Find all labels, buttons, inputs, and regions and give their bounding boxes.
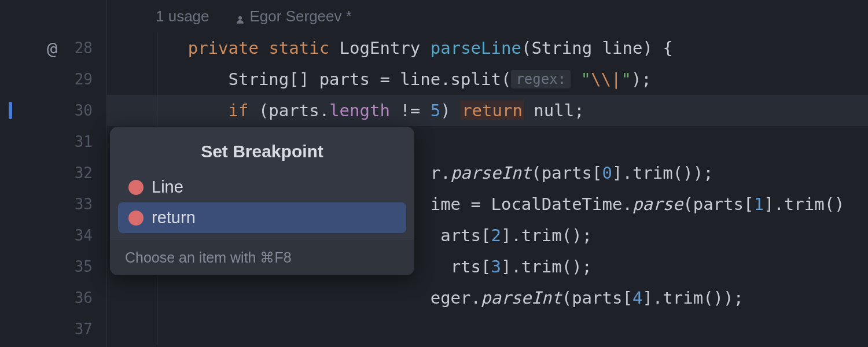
token-keyword: if	[229, 101, 249, 120]
code-line[interactable]	[107, 313, 868, 345]
indent-guide	[157, 313, 157, 345]
gutter-row[interactable]: 36	[0, 282, 106, 313]
svg-point-0	[238, 16, 242, 20]
code-line[interactable]: private static LogEntry parseLine(String…	[107, 32, 868, 64]
token-method: parseInt	[481, 288, 562, 308]
popup-title: Set Breakpoint	[110, 127, 414, 172]
line-number: 31	[75, 133, 93, 150]
token-method: parse	[632, 194, 683, 214]
token-type: LogEntry	[340, 38, 421, 58]
breakpoint-icon	[128, 180, 144, 195]
popup-item-return[interactable]: return	[118, 202, 406, 233]
indent-guide	[157, 282, 157, 313]
gutter-row[interactable]: 32	[0, 157, 106, 189]
token-field: length	[329, 101, 390, 120]
line-number: 36	[75, 289, 93, 307]
code-line[interactable]: eger.parseInt(parts[4].trim());	[107, 282, 868, 313]
token-keyword: static	[269, 38, 329, 58]
line-number: 33	[75, 195, 93, 213]
line-number: 35	[75, 258, 93, 275]
user-icon	[235, 11, 245, 21]
popup-footer: Choose an item with ⌘F8	[110, 240, 414, 275]
gutter-row[interactable]: 33	[0, 189, 106, 220]
gutter-row[interactable]: 35	[0, 251, 106, 282]
current-line-indicator	[9, 102, 12, 119]
gutter-row[interactable]: 29	[0, 64, 106, 95]
gutter-row[interactable]: 37	[0, 313, 106, 345]
gutter-row[interactable]: 30	[0, 95, 106, 126]
breakpoint-popup: Set Breakpoint Line return Choose an ite…	[110, 127, 414, 275]
gutter-row[interactable]: 31	[0, 126, 106, 157]
inlay-hints: 1 usage Egor Sergeev *	[107, 0, 868, 32]
override-annotation-icon[interactable]: @	[47, 38, 57, 58]
author-hint[interactable]: Egor Sergeev *	[235, 8, 352, 25]
line-number: 37	[75, 320, 93, 338]
code-line[interactable]: String[] parts = line.split(regex: "\\|"…	[107, 64, 868, 95]
popup-item-label: Line	[152, 178, 183, 197]
author-name: Egor Sergeev *	[250, 8, 352, 25]
token-method: parseInt	[451, 163, 532, 183]
popup-item-line[interactable]: Line	[118, 172, 406, 202]
indent-guide	[157, 32, 157, 64]
line-number: 34	[75, 227, 93, 244]
gutter-row[interactable]: @ 28	[0, 32, 106, 64]
gutter: @ 28 29 30 31 32 33 34 35 36 37	[0, 0, 107, 347]
token-param: line	[602, 38, 643, 58]
indent-guide	[157, 95, 157, 126]
popup-items: Line return	[110, 172, 414, 240]
code-line-current[interactable]: if (parts.length != 5) return null;	[107, 95, 868, 126]
line-number: 29	[75, 71, 93, 88]
gutter-row[interactable]: 34	[0, 220, 106, 251]
param-hint: regex:	[511, 70, 571, 88]
token: String[] parts = line.split(	[229, 69, 512, 89]
token-method: parseLine	[431, 38, 521, 58]
popup-item-label: return	[152, 208, 196, 227]
token-type: String	[531, 38, 592, 58]
token-number: 5	[431, 101, 440, 120]
token-keyword: private	[188, 38, 259, 58]
shortcut-hint: ⌘F8	[260, 249, 291, 265]
indent-guide	[157, 64, 157, 95]
line-number: 30	[75, 102, 93, 119]
line-number: 28	[75, 39, 93, 57]
token-return: return	[461, 101, 524, 120]
line-number: 32	[75, 164, 93, 182]
breakpoint-icon	[128, 211, 144, 226]
usages-hint[interactable]: 1 usage	[156, 8, 209, 25]
